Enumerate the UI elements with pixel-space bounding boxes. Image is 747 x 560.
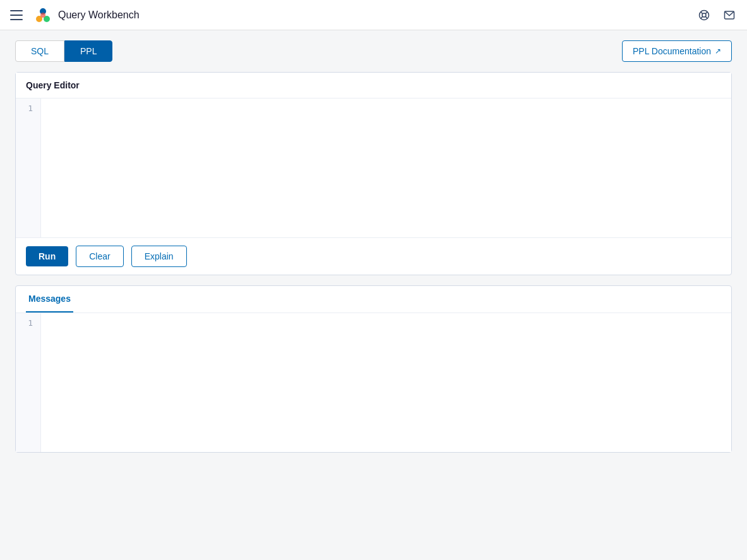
ppl-doc-label: PPL Documentation [633, 46, 711, 56]
messages-body: 1 [16, 313, 731, 452]
top-nav: Query Workbench [0, 0, 747, 30]
editor-body: 1 [16, 98, 731, 237]
svg-line-6 [701, 11, 703, 13]
mail-icon-btn[interactable] [719, 5, 739, 25]
app-logo [33, 5, 53, 25]
svg-point-3 [40, 13, 45, 18]
tab-ppl[interactable]: PPL [64, 40, 112, 62]
query-editor-title: Query Editor [16, 73, 731, 98]
svg-line-8 [705, 11, 707, 13]
help-icon-btn[interactable] [694, 5, 714, 25]
messages-panel: Messages 1 [15, 285, 732, 453]
msg-line-number-1: 1 [23, 318, 33, 328]
messages-line-numbers: 1 [16, 313, 41, 452]
nav-icons [694, 5, 739, 25]
messages-content [41, 313, 731, 452]
tab-sql[interactable]: SQL [15, 40, 64, 62]
explain-button[interactable]: Explain [131, 246, 187, 267]
svg-line-9 [701, 16, 703, 18]
query-editor-panel: Query Editor 1 Run Clear Explain [15, 72, 732, 275]
query-editor-input[interactable] [41, 98, 731, 237]
main-content: SQL PPL PPL Documentation ↗ Query Editor… [0, 30, 747, 560]
editor-actions: Run Clear Explain [16, 237, 731, 275]
tab-bar: SQL PPL PPL Documentation ↗ [15, 40, 732, 62]
editor-line-numbers: 1 [16, 98, 41, 237]
app-title: Query Workbench [58, 9, 694, 21]
messages-tabs: Messages [16, 286, 731, 313]
svg-line-7 [705, 16, 707, 18]
svg-point-5 [702, 13, 706, 17]
line-number-1: 1 [23, 104, 33, 113]
tab-messages[interactable]: Messages [26, 286, 73, 313]
external-link-icon: ↗ [715, 47, 721, 56]
query-type-tabs: SQL PPL [15, 40, 112, 62]
ppl-documentation-button[interactable]: PPL Documentation ↗ [622, 40, 732, 62]
run-button[interactable]: Run [26, 246, 68, 266]
hamburger-menu[interactable] [8, 5, 28, 25]
clear-button[interactable]: Clear [76, 246, 123, 267]
